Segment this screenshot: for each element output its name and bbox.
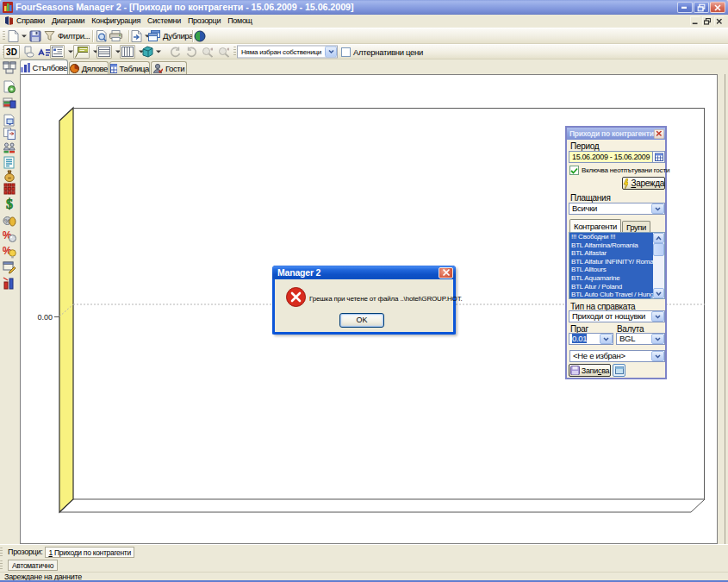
guests-chart-icon[interactable]: [3, 141, 16, 155]
duplicate-button[interactable]: Дублира: [147, 29, 195, 43]
currency-combobox-arrow[interactable]: [651, 334, 664, 344]
cascade-windows-icon[interactable]: [3, 61, 16, 75]
contractor-item[interactable]: BTL Alltours: [569, 266, 653, 274]
lightning-icon: [623, 178, 628, 189]
restore-button[interactable]: [694, 2, 709, 13]
sphere-button[interactable]: [193, 29, 207, 43]
toolbar-gripper[interactable]: [233, 47, 236, 57]
template-combobox-arrow[interactable]: [651, 351, 664, 361]
scroll-down-button[interactable]: [653, 288, 664, 298]
edit-window-icon[interactable]: [3, 260, 16, 274]
owners-combobox-arrow[interactable]: [325, 47, 337, 58]
toolbar-gripper[interactable]: [0, 548, 3, 557]
contractors-scrollbar[interactable]: [653, 233, 664, 298]
percent-ball-icon[interactable]: %: [3, 229, 16, 243]
occupancy-grid-icon[interactable]: [3, 182, 16, 196]
scrollbar-thumb[interactable]: [653, 243, 664, 256]
zoom-in-button[interactable]: [217, 45, 230, 59]
cube-button[interactable]: [141, 45, 154, 59]
contractor-item[interactable]: BTL Alfastar: [569, 249, 653, 258]
calendar-button[interactable]: [652, 152, 664, 162]
coins-icon[interactable]: %: [3, 214, 16, 228]
report-type-combobox-arrow[interactable]: [651, 311, 664, 322]
menu-item-spravki[interactable]: Справки: [13, 15, 48, 28]
preview-button[interactable]: [95, 29, 109, 43]
minimize-button[interactable]: [677, 2, 693, 13]
mdi-minimize-button[interactable]: [690, 16, 700, 26]
invoice-icon[interactable]: [3, 156, 16, 170]
payments-combobox[interactable]: Всички: [569, 203, 665, 215]
percent-bulb-icon[interactable]: %: [3, 245, 16, 259]
series-labels-button[interactable]: [37, 45, 51, 59]
page-monitor-icon[interactable]: [3, 114, 16, 128]
panel-title-bar[interactable]: Приходи по контрагенти: [567, 128, 665, 140]
contractor-item[interactable]: !!! Свободни !!!: [569, 233, 653, 241]
print-button[interactable]: [109, 29, 123, 43]
cube-dropdown[interactable]: [156, 51, 161, 53]
panel-close-button[interactable]: [654, 129, 664, 139]
template-combobox[interactable]: <Не е избран>: [569, 350, 665, 362]
save-report-button[interactable]: Записва: [569, 364, 611, 377]
threshold-combobox-arrow[interactable]: [600, 334, 613, 344]
money-bag-icon[interactable]: [3, 169, 16, 183]
toolbar-gripper[interactable]: [3, 31, 5, 41]
export-button[interactable]: [130, 29, 143, 43]
menu-item-diagrami[interactable]: Диаграми: [48, 15, 88, 28]
chart-columns-icon[interactable]: [3, 276, 16, 290]
tab-gosti[interactable]: Гости: [151, 61, 187, 74]
legend-button[interactable]: [50, 45, 65, 59]
rotate-ccw-button[interactable]: [169, 45, 182, 59]
scroll-up-button[interactable]: [653, 233, 664, 243]
menu-item-konfiguraciya[interactable]: Конфигурация: [88, 15, 144, 28]
tab-stalbove[interactable]: Стълбове: [20, 59, 68, 74]
contractor-item[interactable]: BTL Atur / Poland: [569, 283, 653, 291]
new-report-dropdown[interactable]: [22, 34, 27, 37]
ok-button[interactable]: OK: [339, 313, 384, 328]
filter-button[interactable]: Филтри...: [43, 29, 91, 43]
marker-button[interactable]: [73, 45, 90, 59]
rotate-tool-button[interactable]: [22, 45, 35, 59]
zoom-out-button[interactable]: [201, 45, 214, 59]
menu-item-prozorci[interactable]: Прозорци: [184, 15, 224, 28]
load-button[interactable]: Зарежда: [622, 177, 665, 190]
alt-prices-checkbox[interactable]: [341, 47, 351, 57]
currency-combobox[interactable]: BGL: [616, 333, 665, 345]
dialog-title-bar[interactable]: Manager 2: [272, 266, 456, 279]
mdi-close-button[interactable]: [714, 16, 725, 26]
rotate-cw-button[interactable]: [185, 45, 198, 59]
contractor-item[interactable]: BTL Aquamarine: [569, 274, 653, 283]
menu-item-sistemni[interactable]: Системни: [144, 15, 184, 28]
tab-grupi[interactable]: Групи: [622, 221, 650, 232]
view-tab-strip: Стълбове Дялове Таблица Гости: [0, 59, 728, 74]
window-list-button[interactable]: 1 Приходи по контрагенти: [45, 547, 134, 558]
report-type-combobox[interactable]: Приходи от нощувки: [569, 310, 665, 322]
period-field[interactable]: 15.06.2009 - 15.06.2009: [569, 151, 665, 163]
dialog-close-button[interactable]: [439, 267, 453, 278]
contractor-item[interactable]: BTL Alfatur INFINITY/ Romania: [569, 258, 653, 266]
threshold-combobox[interactable]: 0.01: [569, 333, 613, 345]
auto-button[interactable]: Автоматично: [8, 560, 58, 571]
payments-combobox-arrow[interactable]: [651, 203, 664, 214]
tab-dyalove[interactable]: Дялове: [69, 61, 109, 74]
owners-combobox[interactable]: Няма избран собственици: [237, 46, 338, 59]
tab-kontragenti[interactable]: Контрагенти: [569, 219, 621, 232]
grid-view-button[interactable]: [613, 364, 625, 377]
close-button[interactable]: [710, 2, 725, 13]
contractors-listbox[interactable]: !!! Свободни !!!BTL Alfamina/RomaniaBTL …: [569, 232, 665, 299]
save-button[interactable]: [28, 29, 42, 43]
menu-item-pomosht[interactable]: Помощ: [224, 15, 256, 28]
vgrid-button[interactable]: [120, 45, 135, 59]
contractor-item[interactable]: BTL Auto Club Travel / Hungary: [569, 291, 653, 298]
new-report-button[interactable]: [7, 29, 20, 43]
report-settings-icon[interactable]: [3, 80, 16, 94]
copy-pages-icon[interactable]: [3, 127, 16, 141]
flag-chart-icon[interactable]: [3, 96, 16, 110]
3d-toggle-button[interactable]: 3D: [3, 45, 20, 59]
tab-tablica[interactable]: Таблица: [109, 61, 150, 74]
include-guests-checkbox[interactable]: [569, 166, 579, 175]
hgrid-button[interactable]: [96, 45, 112, 59]
mdi-restore-button[interactable]: [702, 16, 712, 26]
dollar-icon[interactable]: $: [3, 197, 16, 210]
toolbar-gripper[interactable]: [0, 560, 3, 570]
contractor-item[interactable]: BTL Alfamina/Romania: [569, 241, 653, 250]
